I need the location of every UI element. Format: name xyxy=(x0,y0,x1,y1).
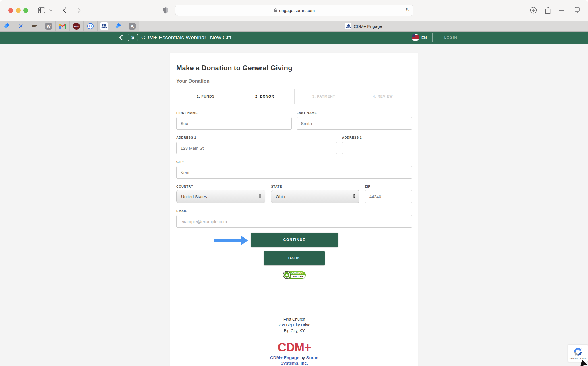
back-button[interactable] xyxy=(60,6,69,14)
lock-icon xyxy=(274,8,277,12)
first-name-label: FIRST NAME xyxy=(176,111,198,114)
pinned-tab-c[interactable]: C xyxy=(84,21,98,31)
continue-button[interactable]: CONTINUE xyxy=(251,233,338,247)
us-flag-icon[interactable] xyxy=(412,34,419,41)
address2-label: ADDRESS 2 xyxy=(342,136,362,139)
state-value: Ohio xyxy=(276,194,285,199)
header-divider xyxy=(469,33,469,42)
pinned-tab-gmail[interactable] xyxy=(56,21,70,31)
step-tabs: 1. FUNDS 2. DONOR 3. PAYMENT 4. REVIEW xyxy=(176,89,412,104)
people-icon xyxy=(345,23,351,29)
zip-input[interactable] xyxy=(365,190,412,203)
sidebar-icon[interactable] xyxy=(37,6,46,14)
pinned-tab-smalltext[interactable] xyxy=(28,21,42,31)
back-button-form[interactable]: BACK xyxy=(264,251,325,265)
city-label: CITY xyxy=(176,160,184,163)
blue-x-icon xyxy=(18,23,24,29)
city-input[interactable] xyxy=(176,166,412,179)
gmail-icon xyxy=(59,24,66,29)
page-title: Make a Donation to General Giving xyxy=(176,64,292,72)
new-tab-button[interactable] xyxy=(558,6,566,14)
section-title: Your Donation xyxy=(176,78,210,84)
email-label: EMAIL xyxy=(176,209,187,213)
state-select[interactable]: Ohio xyxy=(271,190,359,203)
country-select[interactable]: United States xyxy=(176,190,265,203)
recaptcha-icon xyxy=(573,347,583,357)
country-label: COUNTRY xyxy=(176,185,193,188)
comodo-label: COMODO xyxy=(291,272,303,274)
tag-product: CDM+ Engage xyxy=(270,355,299,360)
last-name-label: LAST NAME xyxy=(297,111,317,114)
close-window-button[interactable] xyxy=(8,8,13,13)
cdm-badge-icon: CDM+ xyxy=(73,23,80,30)
letter-w-icon: W xyxy=(45,23,52,30)
refresh-icon[interactable]: ↻ xyxy=(406,7,410,13)
address1-input[interactable] xyxy=(176,142,337,154)
privacy-shield-icon[interactable] xyxy=(161,6,170,14)
select-stepper-icon xyxy=(259,194,261,199)
pinned-tab-w[interactable]: W xyxy=(42,21,56,31)
header-divider xyxy=(432,33,433,42)
tiny-text-icon xyxy=(32,25,37,27)
url-bar[interactable]: engage.suran.com ↻ xyxy=(175,5,413,16)
address1-label: ADDRESS 1 xyxy=(176,136,196,139)
organization-info: First Church 234 Big City Drive Big City… xyxy=(170,316,418,334)
header-title: CDM+ Essentials Webinar New Gift xyxy=(141,32,231,44)
org-address: 234 Big City Drive xyxy=(170,322,418,328)
org-name: First Church xyxy=(170,316,418,322)
country-value: United States xyxy=(181,194,207,199)
step-funds[interactable]: 1. FUNDS xyxy=(176,89,235,104)
org-city: Big City, KY xyxy=(170,328,418,334)
active-tab-title: CDM+ Engage xyxy=(354,24,382,29)
jira-icon xyxy=(4,23,10,29)
login-button[interactable]: LOGIN xyxy=(433,32,469,44)
comodo-secure-badge[interactable]: COMODO SECURE xyxy=(283,271,306,279)
cdm-tagline: CDM+ Engage by Suran Systems, Inc. xyxy=(170,355,418,366)
tab-bar: W CDM+ C xyxy=(0,21,588,32)
zip-label: ZIP xyxy=(365,185,370,188)
privacy-terms-link[interactable]: Privacy - Terms xyxy=(570,357,586,360)
letter-a-icon: A xyxy=(129,23,136,30)
recaptcha-badge[interactable]: Privacy - Terms xyxy=(568,345,588,362)
pinned-tab-cdm[interactable]: CDM+ xyxy=(70,21,84,31)
last-name-input[interactable] xyxy=(297,117,412,130)
email-input[interactable] xyxy=(176,215,412,228)
secure-label: SECURE xyxy=(291,275,305,278)
header-back-button[interactable] xyxy=(117,34,124,41)
first-name-input[interactable] xyxy=(176,117,292,130)
downloads-button[interactable] xyxy=(529,6,538,14)
safari-window: engage.suran.com ↻ xyxy=(0,0,588,366)
header-title-main: CDM+ Essentials Webinar xyxy=(141,34,206,41)
zoom-window-button[interactable] xyxy=(23,8,28,13)
site-header: $ CDM+ Essentials Webinar New Gift EN LO… xyxy=(0,32,588,44)
state-label: STATE xyxy=(271,185,282,188)
active-tab[interactable]: CDM+ Engage xyxy=(139,21,588,31)
share-button[interactable] xyxy=(543,6,552,14)
pinned-tab-dropbox[interactable] xyxy=(14,21,28,31)
step-review: 4. REVIEW xyxy=(353,89,412,104)
step-donor[interactable]: 2. DONOR xyxy=(235,89,294,104)
address2-input[interactable] xyxy=(342,142,412,154)
dollar-icon: $ xyxy=(128,34,138,41)
tag-by: by xyxy=(300,355,305,360)
pinned-tab-engage[interactable] xyxy=(98,21,112,31)
browser-toolbar: engage.suran.com ↻ xyxy=(0,0,588,21)
forward-button[interactable] xyxy=(75,6,83,14)
c-circle-icon: C xyxy=(87,23,94,29)
pinned-tab-a[interactable]: A xyxy=(125,21,140,31)
cdm-logo: CDM+ xyxy=(170,340,418,354)
thumbs-up-icon xyxy=(283,271,291,279)
page-background: Make a Donation to General Giving Your D… xyxy=(0,44,588,366)
pinned-tab-jira2[interactable] xyxy=(111,21,125,31)
jira-icon xyxy=(115,23,121,29)
step-payment: 3. PAYMENT xyxy=(294,89,353,104)
annotation-arrow xyxy=(214,235,248,245)
select-stepper-icon xyxy=(353,194,355,199)
chevron-down-icon[interactable] xyxy=(48,6,53,14)
minimize-window-button[interactable] xyxy=(16,8,21,13)
pinned-tab-jira[interactable] xyxy=(0,21,14,31)
tag-company2: Systems, Inc. xyxy=(281,361,308,365)
url-text: engage.suran.com xyxy=(279,8,315,13)
language-selector[interactable]: EN xyxy=(421,32,427,44)
tab-overview-button[interactable] xyxy=(572,6,581,14)
